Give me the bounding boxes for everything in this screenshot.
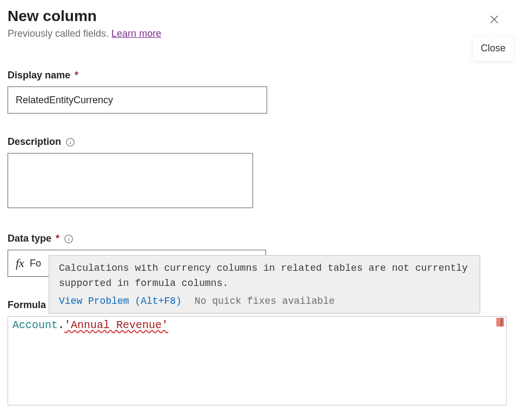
svg-point-7 <box>69 236 69 237</box>
formula-token-dot: . <box>58 319 64 331</box>
close-tooltip: Close <box>473 36 514 61</box>
data-type-label: Data type * <box>8 233 510 244</box>
diagnostic-popup: Calculations with currency columns in re… <box>49 255 480 314</box>
fx-icon: fx <box>16 256 24 270</box>
description-label-text: Description <box>8 136 61 148</box>
description-group: Description <box>8 136 510 210</box>
close-button[interactable] <box>486 11 503 28</box>
no-fixes-text: No quick fixes available <box>195 296 335 306</box>
view-problem-link[interactable]: View Problem (Alt+F8) <box>59 296 182 306</box>
required-indicator-icon: * <box>56 233 59 244</box>
description-input[interactable] <box>8 153 253 208</box>
subtitle-text: Previously called fields. <box>8 28 111 39</box>
diagnostic-message: Calculations with currency columns in re… <box>49 256 480 292</box>
page-title: New column <box>8 8 510 25</box>
formula-token-string: 'Annual Revenue' <box>64 319 168 331</box>
display-name-group: Display name * <box>8 70 510 114</box>
data-type-label-text: Data type <box>8 233 51 244</box>
formula-editor[interactable]: Account.'Annual Revenue' <box>8 316 507 405</box>
svg-point-4 <box>70 139 70 140</box>
data-type-value: Fo <box>30 258 41 269</box>
info-icon[interactable] <box>65 137 75 147</box>
description-label: Description <box>8 136 510 148</box>
close-icon <box>489 14 500 25</box>
display-name-label-text: Display name <box>8 70 70 81</box>
required-indicator-icon: * <box>75 70 78 81</box>
formula-group: Formula Account.'Annual Revenue' <box>8 299 510 405</box>
display-name-label: Display name * <box>8 70 510 81</box>
display-name-input[interactable] <box>8 86 267 114</box>
info-icon[interactable] <box>64 234 74 244</box>
formula-token-object: Account <box>12 319 58 331</box>
error-marker-icon[interactable] <box>496 318 504 326</box>
learn-more-link[interactable]: Learn more <box>111 28 161 39</box>
formula-label-text: Formula <box>8 299 46 311</box>
subtitle: Previously called fields. Learn more <box>8 28 510 39</box>
